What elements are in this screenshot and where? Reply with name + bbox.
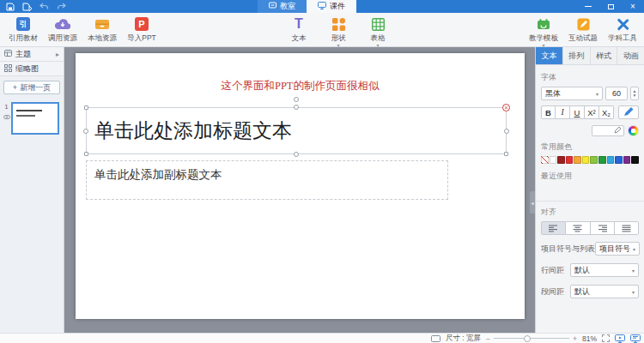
zoom-slider-track[interactable] xyxy=(494,338,569,339)
minimize-button[interactable] xyxy=(577,0,599,13)
cloud-resources-button[interactable]: 调用资源 xyxy=(43,15,82,44)
slide-size-label[interactable]: 尺寸 : 宽屏 xyxy=(446,334,481,343)
slide-thumbnail-item[interactable]: 1 xyxy=(2,102,62,135)
delete-box-icon[interactable]: × xyxy=(502,104,510,111)
close-button[interactable]: × xyxy=(622,0,644,13)
font-size-input[interactable]: 60 xyxy=(605,87,628,100)
panel-collapse-handle[interactable]: ◂ xyxy=(530,191,535,214)
insert-shape-button[interactable]: 形状 ▾ xyxy=(319,15,358,47)
resize-handle[interactable] xyxy=(84,105,88,110)
resize-handle[interactable] xyxy=(84,152,88,156)
thumb-subtitle-line xyxy=(16,115,35,117)
tab-label: 教室 xyxy=(280,1,295,12)
shapes-icon xyxy=(332,16,345,32)
interactive-quiz-button[interactable]: 互动试题 xyxy=(563,15,603,47)
editing-canvas[interactable]: 这个界面和PPT的制作页面很相似 单击此处添加标题文本 × 单击此处添加副标题文… xyxy=(64,47,535,333)
tab-animation[interactable]: 动画 xyxy=(617,47,644,64)
font-family-select[interactable]: 黑体 ▾ xyxy=(541,87,603,100)
font-color-swatch[interactable] xyxy=(592,125,624,136)
color-swatch[interactable] xyxy=(550,156,557,164)
font-size-stepper[interactable]: ▲▼ xyxy=(630,87,639,100)
zoom-in-icon[interactable]: + xyxy=(573,334,577,343)
import-ppt-button[interactable]: P 导入PPT xyxy=(122,15,161,44)
template-icon xyxy=(537,16,550,32)
slide-page[interactable]: 这个界面和PPT的制作页面很相似 单击此处添加标题文本 × 单击此处添加副标题文… xyxy=(76,53,525,319)
insert-table-button[interactable]: 表格 ▾ xyxy=(358,15,398,47)
undo-icon[interactable] xyxy=(39,3,49,10)
common-colors-label: 常用颜色 xyxy=(541,141,639,153)
align-right-button[interactable] xyxy=(591,221,615,235)
theme-row[interactable]: 主题 ▸ xyxy=(0,47,64,62)
present-current-icon[interactable] xyxy=(615,334,625,343)
thumbnails-row[interactable]: 缩略图 xyxy=(0,62,64,76)
align-center-button[interactable] xyxy=(566,221,590,235)
save-icon[interactable] xyxy=(6,3,15,11)
resize-handle[interactable] xyxy=(504,129,509,134)
color-swatch[interactable] xyxy=(615,156,623,164)
local-resources-button[interactable]: 本地资源 xyxy=(82,15,122,44)
bold-button[interactable]: B xyxy=(541,105,556,119)
line-spacing-select[interactable]: 默认 ▾ xyxy=(570,263,639,277)
superscript-button[interactable]: X² xyxy=(585,105,599,119)
thumb-title-line xyxy=(16,110,42,111)
chevron-right-icon: ▸ xyxy=(56,51,59,58)
redo-icon[interactable] xyxy=(57,3,66,10)
color-swatch[interactable] xyxy=(557,156,565,164)
align-left-button[interactable] xyxy=(541,221,566,235)
add-page-button[interactable]: + 新增一页 xyxy=(3,81,60,94)
resize-handle[interactable] xyxy=(294,105,299,110)
color-wheel-icon[interactable] xyxy=(628,125,639,136)
cite-textbook-button[interactable]: 引 引用教材 xyxy=(3,15,43,44)
color-swatch[interactable] xyxy=(566,156,574,164)
window-controls: × xyxy=(577,0,644,13)
subject-tools-button[interactable]: 学科工具 xyxy=(603,15,642,47)
zoom-slider-knob[interactable] xyxy=(524,335,531,342)
para-spacing-select[interactable]: 默认 ▾ xyxy=(570,285,639,298)
subtitle-placeholder-box[interactable]: 单击此处添加副标题文本 xyxy=(86,160,448,200)
format-brush-button[interactable] xyxy=(618,105,639,119)
maximize-button[interactable] xyxy=(599,0,622,13)
fit-to-window-icon[interactable] xyxy=(602,334,610,342)
insert-text-button[interactable]: T 文本 xyxy=(279,15,319,47)
tab-text[interactable]: 文本 xyxy=(536,47,563,64)
zoom-out-icon[interactable]: − xyxy=(486,334,490,343)
para-spacing-label: 段间距 xyxy=(541,286,564,298)
resize-handle[interactable] xyxy=(504,152,508,156)
chevron-down-icon: ▾ xyxy=(633,246,635,252)
slide-note-text[interactable]: 这个界面和PPT的制作页面很相似 xyxy=(76,79,525,93)
subscript-button[interactable]: X₂ xyxy=(599,105,614,119)
present-start-icon[interactable] xyxy=(630,334,641,343)
teaching-template-button[interactable]: 教学模板 ▾ xyxy=(524,15,563,47)
tab-classroom[interactable]: 教室 xyxy=(258,0,307,13)
title-placeholder-box[interactable]: 单击此处添加标题文本 × xyxy=(86,107,507,154)
color-swatch[interactable] xyxy=(631,156,639,164)
slides-sidebar: 主题 ▸ 缩略图 + 新增一页 1 xyxy=(0,47,64,333)
align-justify-button[interactable] xyxy=(615,221,639,235)
no-color-swatch[interactable] xyxy=(541,156,549,164)
import-ppt-icon: P xyxy=(135,17,149,31)
bullets-select[interactable]: 项目符号 ▾ xyxy=(595,242,640,256)
underline-button[interactable]: U xyxy=(570,105,585,119)
italic-button[interactable]: I xyxy=(556,105,570,119)
color-swatch[interactable] xyxy=(590,156,598,164)
brush-icon xyxy=(623,107,634,118)
rotate-handle[interactable] xyxy=(294,97,299,102)
color-swatch[interactable] xyxy=(582,156,590,164)
color-swatch[interactable] xyxy=(623,156,631,164)
bullets-label: 项目符号与列表 xyxy=(541,244,595,255)
color-swatch[interactable] xyxy=(598,156,606,164)
save-as-icon[interactable] xyxy=(22,3,32,11)
color-swatch[interactable] xyxy=(574,156,581,164)
tab-style[interactable]: 样式 xyxy=(591,47,618,64)
slide-list: 1 xyxy=(0,98,64,333)
zoom-slider[interactable]: − + xyxy=(486,334,577,343)
resize-handle[interactable] xyxy=(83,129,88,134)
collapse-arrow-icon: ◂ xyxy=(531,200,533,206)
resize-handle[interactable] xyxy=(294,152,299,157)
ribbon-toolbar: 引 引用教材 调用资源 本地资源 P 导入PPT T 文本 xyxy=(0,13,644,47)
tab-courseware[interactable]: 课件 xyxy=(307,0,356,13)
tab-arrange[interactable]: 排列 xyxy=(563,47,591,64)
slide-thumbnail[interactable] xyxy=(11,102,59,135)
eye-icon xyxy=(3,112,10,121)
color-swatch[interactable] xyxy=(607,156,615,164)
